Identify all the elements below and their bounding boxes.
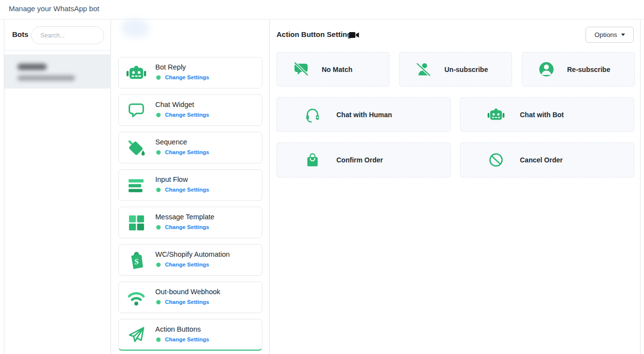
status-dot <box>156 225 161 230</box>
container-right-border <box>640 19 641 354</box>
chat-bubble-icon <box>126 100 147 121</box>
bots-title: Bots <box>12 30 28 38</box>
status-dot <box>156 263 161 267</box>
status-dot <box>156 188 161 192</box>
action-tile-label: Un-subscribe <box>444 66 488 73</box>
robot-icon <box>126 62 147 84</box>
shopping-bag-icon <box>303 151 322 169</box>
redacted-bot-name <box>18 64 47 70</box>
action-tile-label: Chat with Bot <box>520 111 564 119</box>
action-tile-label: No Match <box>322 66 352 73</box>
change-settings-link[interactable]: Change Settings <box>165 112 209 118</box>
grid-icon <box>126 212 147 233</box>
module-title: Input Flow <box>155 176 188 183</box>
chat-slash-icon <box>292 60 310 79</box>
module-title: Bot Reply <box>155 63 186 71</box>
module-status: Change Settings <box>156 262 209 267</box>
user-circle-icon <box>537 60 555 79</box>
status-dot <box>156 113 161 117</box>
action-tile-label: Chat with Human <box>336 111 392 119</box>
module-status: Change Settings <box>156 299 209 305</box>
module-card-sequence[interactable]: Sequence Change Settings <box>118 132 262 163</box>
action-tile-confirm-order[interactable]: Confirm Order <box>276 142 451 177</box>
blurred-avatar-blob <box>122 18 150 38</box>
module-card-outbound-webhook[interactable]: Out-bound Webhook Change Settings <box>118 282 262 313</box>
options-label: Options <box>594 31 617 38</box>
paper-plane-icon <box>126 324 147 345</box>
module-title: Action Buttons <box>155 325 201 333</box>
status-dot <box>156 75 161 80</box>
module-card-bot-reply[interactable]: Bot Reply Change Settings <box>118 57 262 88</box>
redacted-bot-detail <box>18 75 75 81</box>
bot-search-input[interactable] <box>31 26 104 44</box>
module-status: Change Settings <box>156 336 209 342</box>
module-card-chat-widget[interactable]: Chat Widget Change Settings <box>118 94 262 126</box>
module-card-input-flow[interactable]: Input Flow Change Settings <box>118 169 262 201</box>
robot-icon <box>487 106 505 124</box>
module-card-action-buttons[interactable]: Action Buttons Change Settings <box>118 319 262 351</box>
module-status: Change Settings <box>156 112 209 118</box>
module-title: Chat Widget <box>155 101 194 108</box>
action-tile-cancel-order[interactable]: Cancel Order <box>460 142 634 177</box>
action-tile-resubscribe[interactable]: Re-subscribe <box>522 52 635 87</box>
module-card-wc-shopify[interactable]: S WC/Shopify Automation Change Settings <box>118 244 262 276</box>
action-tile-chat-with-human[interactable]: Chat with Human <box>276 97 451 132</box>
change-settings-link[interactable]: Change Settings <box>165 74 209 80</box>
change-settings-link[interactable]: Change Settings <box>165 187 209 193</box>
app-screen: Manage your WhatsApp bot Bots <box>0 0 644 354</box>
module-status: Change Settings <box>156 224 209 230</box>
shopify-bag-icon: S <box>126 249 147 271</box>
wifi-icon <box>126 287 147 308</box>
bots-sidebar: Bots <box>4 19 111 354</box>
bots-sidebar-header: Bots <box>4 19 110 51</box>
user-slash-icon <box>414 60 433 79</box>
caret-down-icon <box>621 34 625 36</box>
module-status: Change Settings <box>156 74 209 80</box>
status-dot <box>156 150 161 155</box>
middle-column-divider <box>269 19 270 354</box>
module-card-message-template[interactable]: Message Template Change Settings <box>118 207 262 238</box>
module-title: WC/Shopify Automation <box>155 250 230 258</box>
options-button[interactable]: Options <box>586 27 634 43</box>
module-status: Change Settings <box>156 187 209 193</box>
action-tile-unsubscribe[interactable]: Un-subscribe <box>399 52 512 87</box>
module-title: Sequence <box>155 138 187 146</box>
action-tile-label: Re-subscribe <box>567 66 610 73</box>
change-settings-link[interactable]: Change Settings <box>165 224 209 230</box>
panel-title: Action Button Settings <box>276 30 355 38</box>
headset-icon <box>303 106 322 124</box>
lines-icon <box>126 175 147 196</box>
action-tile-chat-with-bot[interactable]: Chat with Bot <box>460 97 634 132</box>
module-title: Out-bound Webhook <box>155 288 221 296</box>
selected-bot-item[interactable] <box>4 54 111 88</box>
page-title: Manage your WhatsApp bot <box>9 4 99 13</box>
change-settings-link[interactable]: Change Settings <box>165 299 209 305</box>
status-dot <box>156 300 161 304</box>
module-status: Change Settings <box>156 149 209 155</box>
action-tile-no-match[interactable]: No Match <box>276 52 389 87</box>
paint-fill-icon <box>126 137 147 159</box>
ban-icon <box>487 151 505 169</box>
action-tile-label: Cancel Order <box>520 156 563 164</box>
top-header: Manage your WhatsApp bot <box>0 0 644 19</box>
change-settings-link[interactable]: Change Settings <box>165 336 209 342</box>
status-dot <box>156 337 161 342</box>
video-camera-icon[interactable] <box>349 31 359 41</box>
change-settings-link[interactable]: Change Settings <box>165 149 209 155</box>
action-tile-label: Confirm Order <box>336 156 383 164</box>
change-settings-link[interactable]: Change Settings <box>165 262 209 267</box>
module-title: Message Template <box>155 213 214 221</box>
